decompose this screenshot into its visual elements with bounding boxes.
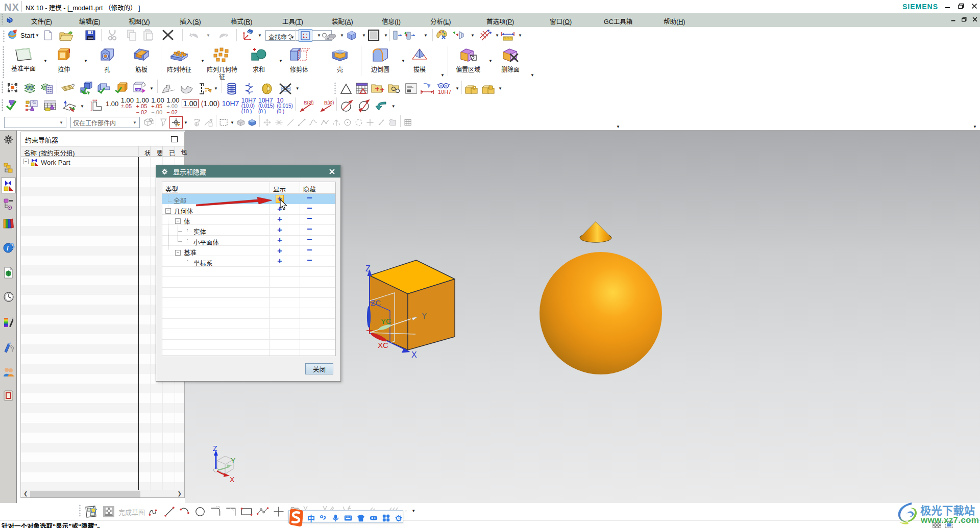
svg-text:i: i	[7, 244, 9, 252]
svg-text:R(Ø): R(Ø)	[304, 100, 314, 105]
svg-text:R(Ø): R(Ø)	[324, 100, 334, 105]
svg-text:10H7: 10H7	[438, 89, 451, 95]
svg-text:ABC: ABC	[135, 88, 142, 91]
